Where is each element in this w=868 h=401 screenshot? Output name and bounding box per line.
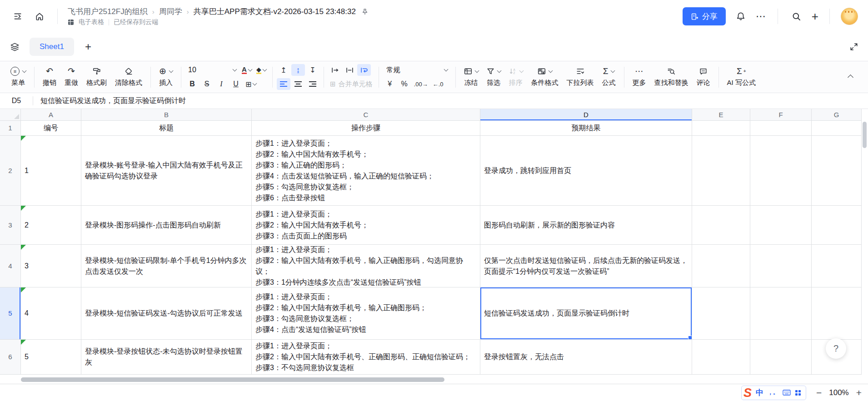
align-center-button[interactable]	[291, 78, 305, 90]
currency-format-button[interactable]: ¥	[383, 78, 397, 90]
help-button[interactable]: ?	[826, 338, 846, 359]
ime-toolbox-icon[interactable]	[795, 390, 801, 396]
cell-d3[interactable]: 图形码自动刷新，展示新的图形验证内容	[480, 206, 692, 245]
cell-a4[interactable]: 3	[21, 245, 81, 287]
number-format-select[interactable]: 常规	[383, 64, 451, 76]
merge-cells-button[interactable]: ⊞ 合并单元格	[328, 78, 374, 90]
col-header-d[interactable]: D	[480, 109, 692, 121]
avatar[interactable]	[841, 8, 858, 25]
cell-g3[interactable]	[812, 206, 862, 245]
col-header-e[interactable]: E	[692, 109, 750, 121]
zoom-out-button[interactable]: −	[816, 388, 822, 397]
zoom-level[interactable]: 100%	[829, 388, 848, 397]
filter-button[interactable]: 筛选	[483, 63, 505, 91]
redo-button[interactable]: ↷ 重做	[60, 63, 82, 91]
cell-b5[interactable]: 登录模块-短信验证码发送-勾选协议后可正常发送	[81, 287, 252, 340]
align-left-button[interactable]	[277, 78, 290, 90]
cell-a6[interactable]: 5	[21, 340, 81, 375]
col-header-c[interactable]: C	[252, 109, 480, 121]
row-header-4[interactable]: 4	[0, 245, 21, 287]
cell-f3[interactable]	[750, 206, 812, 245]
cell-b1[interactable]: 标题	[81, 121, 252, 136]
add-sheet-icon[interactable]: +	[85, 40, 91, 53]
col-header-f[interactable]: F	[750, 109, 812, 121]
cell-f6[interactable]	[750, 340, 812, 375]
notifications-bell-icon[interactable]	[733, 9, 748, 24]
col-header-g[interactable]: G	[812, 109, 862, 121]
collapse-toolbar-icon[interactable]	[845, 69, 856, 85]
valign-bottom-button[interactable]: ↧	[306, 64, 319, 76]
cell-c5[interactable]: 步骤1：进入登录页面； 步骤2：输入中国大陆有效手机号，输入正确图形码； 步骤3…	[252, 287, 480, 340]
sidebar-toggle-icon[interactable]	[10, 9, 25, 24]
pin-icon[interactable]	[361, 8, 369, 15]
font-color-button[interactable]: A	[240, 64, 254, 76]
valign-middle-button[interactable]: ↨	[291, 64, 305, 76]
expand-fullscreen-icon[interactable]	[850, 43, 858, 51]
ime-toolbar[interactable]: S 中 ，。	[741, 386, 806, 400]
row-header-5[interactable]: 5	[0, 287, 21, 340]
text-clip-button[interactable]	[343, 64, 356, 76]
ime-keyboard-icon[interactable]	[783, 390, 791, 396]
cell-b3[interactable]: 登录模块-图形码操作-点击图形码自动刷新	[81, 206, 252, 245]
fill-color-button[interactable]: ◆	[254, 64, 268, 76]
dropdown-list-button[interactable]: 下拉列表	[563, 63, 598, 91]
horizontal-scrollbar[interactable]	[21, 377, 444, 382]
borders-button[interactable]: ⊞	[244, 78, 258, 90]
bold-button[interactable]: B	[185, 78, 199, 90]
tab-sheet1[interactable]: Sheet1	[30, 38, 74, 56]
formula-button[interactable]: Σ 公式	[598, 63, 620, 91]
cell-f5[interactable]	[750, 287, 812, 340]
cell-d6[interactable]: 登录按钮置灰，无法点击	[480, 340, 692, 375]
cell-a3[interactable]: 2	[21, 206, 81, 245]
ime-punctuation-toggle[interactable]: ，。	[768, 389, 778, 396]
insert-button[interactable]: ⊕ 插入	[155, 63, 177, 91]
menu-button[interactable]: ≡ 菜单	[6, 63, 30, 91]
cell-e3[interactable]	[692, 206, 750, 245]
cell-a1[interactable]: 编号	[21, 121, 81, 136]
vertical-scrollbar[interactable]	[863, 122, 867, 148]
breadcrumb-folder[interactable]: 周同学	[159, 6, 182, 17]
col-header-b[interactable]: B	[81, 109, 252, 121]
clear-format-button[interactable]: 清除格式	[111, 63, 146, 91]
cell-f1[interactable]	[750, 121, 812, 136]
cell-e1[interactable]	[692, 121, 750, 136]
home-icon[interactable]	[32, 9, 47, 24]
comment-button[interactable]: 评论	[693, 63, 714, 91]
cell-g1[interactable]	[812, 121, 862, 136]
cell-name-box[interactable]: D5	[0, 97, 33, 105]
text-overflow-button[interactable]	[328, 64, 342, 76]
cell-c3[interactable]: 步骤1：进入登录页面； 步骤2：输入中国大陆有效手机号； 步骤3：点击页面上的图…	[252, 206, 480, 245]
cell-g4[interactable]	[812, 245, 862, 287]
undo-button[interactable]: ↶ 撤销	[39, 63, 60, 91]
find-replace-button[interactable]: 查找和替换	[650, 63, 693, 91]
document-title[interactable]: 共享巴士APP需求文档-v2-2026-03-15 23:48:32	[194, 6, 356, 17]
formula-input[interactable]: 短信验证码发送成功，页面显示验证码倒计时	[33, 96, 186, 106]
text-wrap-button[interactable]	[357, 64, 371, 76]
cell-d5-selected[interactable]: 短信验证码发送成功，页面显示验证码倒计时	[480, 287, 692, 340]
cell-b2[interactable]: 登录模块-账号登录-输入中国大陆有效手机号及正确验证码勾选协议登录	[81, 136, 252, 206]
select-all-corner[interactable]	[0, 109, 21, 121]
cell-e2[interactable]	[692, 136, 750, 206]
cell-e6[interactable]	[692, 340, 750, 375]
search-icon[interactable]	[789, 9, 804, 24]
create-new-icon[interactable]: +	[812, 10, 818, 22]
align-right-button[interactable]	[306, 78, 319, 90]
more-tools-button[interactable]: ⋯ 更多	[629, 63, 650, 91]
ime-language-toggle[interactable]: 中	[756, 387, 763, 398]
valign-top-button[interactable]: ↥	[277, 64, 290, 76]
format-painter-button[interactable]: 格式刷	[82, 63, 111, 91]
cell-d4[interactable]: 仅第一次点击时发送短信验证码，后续点击无新的验证码发送，页面提示“1分钟内仅可发…	[480, 245, 692, 287]
cell-d1[interactable]: 预期结果	[480, 121, 692, 136]
cell-c2[interactable]: 步骤1：进入登录页面； 步骤2：输入中国大陆有效手机号； 步骤3：输入正确的图形…	[252, 136, 480, 206]
cell-f4[interactable]	[750, 245, 812, 287]
cell-b4[interactable]: 登录模块-短信验证码限制-单个手机号1分钟内多次点击发送仅发一次	[81, 245, 252, 287]
font-size-select[interactable]: 10	[185, 64, 239, 76]
increase-decimal-button[interactable]: .00→	[412, 78, 430, 90]
cell-e5[interactable]	[692, 287, 750, 340]
fill-handle[interactable]	[688, 336, 692, 340]
cell-d2[interactable]: 登录成功，跳转到应用首页	[480, 136, 692, 206]
percent-format-button[interactable]: %	[398, 78, 411, 90]
strikethrough-button[interactable]: S	[200, 78, 214, 90]
italic-button[interactable]: I	[215, 78, 228, 90]
decrease-decimal-button[interactable]: ←.0	[431, 78, 445, 90]
